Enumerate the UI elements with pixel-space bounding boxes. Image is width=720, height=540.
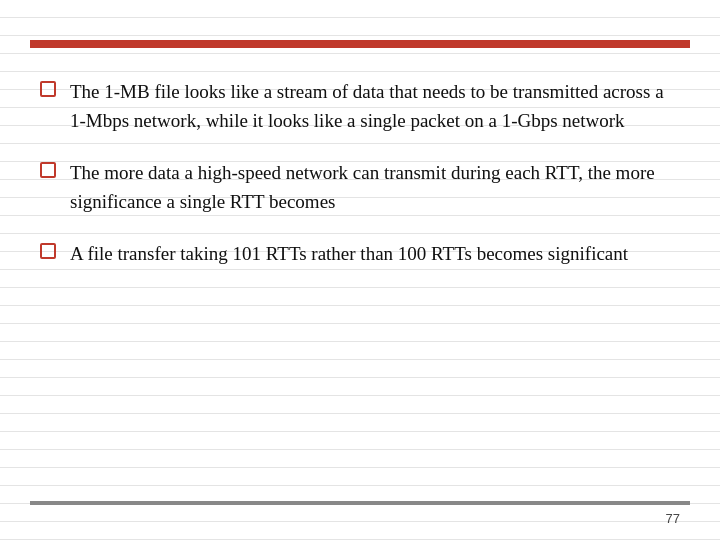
bullet-text: A file transfer taking 101 RTTs rather t… [70,240,680,269]
bullet-text: The 1-MB file looks like a stream of dat… [70,78,680,135]
slide-footer: 77 [0,505,720,540]
list-item: A file transfer taking 101 RTTs rather t… [40,240,680,269]
bullet-marker-icon [40,162,56,178]
bullet-marker-icon [40,243,56,259]
bullet-marker-icon [40,81,56,97]
bullet-list: The 1-MB file looks like a stream of dat… [40,78,680,269]
slide: The 1-MB file looks like a stream of dat… [0,0,720,540]
bullet-text: The more data a high-speed network can t… [70,159,680,216]
page-number: 77 [666,511,680,526]
list-item: The 1-MB file looks like a stream of dat… [40,78,680,135]
list-item: The more data a high-speed network can t… [40,159,680,216]
top-decorative-bar [30,40,690,48]
slide-content: The 1-MB file looks like a stream of dat… [0,48,720,501]
